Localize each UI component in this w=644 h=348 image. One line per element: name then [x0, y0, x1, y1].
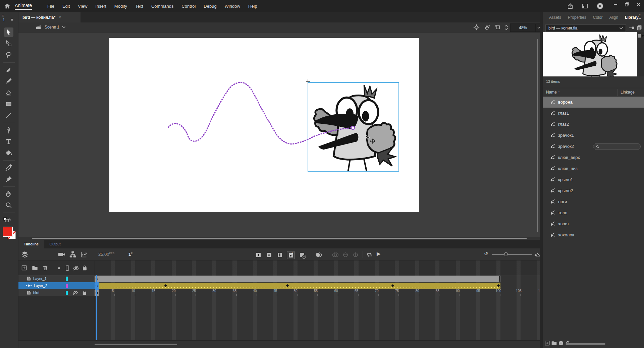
eraser-tool[interactable]	[4, 88, 13, 97]
slider-thumb[interactable]	[504, 252, 508, 256]
layer-hidden-icon[interactable]	[72, 290, 78, 295]
onion-skin-button[interactable]	[315, 251, 322, 258]
library-document-select[interactable]: bird — копия.fla	[545, 24, 626, 32]
clip-content-icon[interactable]	[495, 24, 501, 31]
selection-tool[interactable]	[4, 27, 13, 37]
text-tool[interactable]	[4, 137, 13, 146]
rotate-canvas-icon[interactable]	[484, 24, 490, 31]
menubar-menu-help[interactable]: Help	[245, 2, 261, 10]
auto-keyframe-toggle[interactable]: A	[287, 251, 295, 259]
scrollbar-thumb[interactable]	[95, 344, 177, 345]
highlight-column-icon[interactable]	[58, 267, 60, 269]
node-hierarchy-icon[interactable]	[69, 251, 76, 258]
library-item[interactable]: клюв_верх	[543, 152, 644, 163]
panel-menu-icon[interactable]: ≡	[638, 15, 641, 20]
line-tool[interactable]	[4, 111, 13, 120]
window-minimize-button[interactable]	[610, 0, 621, 9]
reset-timeline-zoom-icon[interactable]: ↺	[484, 251, 488, 257]
stage-canvas[interactable]	[18, 33, 540, 237]
fluid-brush-tool[interactable]	[4, 65, 13, 74]
panel-tab-align[interactable]: Align	[606, 14, 621, 21]
center-stage-icon[interactable]	[473, 24, 480, 31]
menubar-menu-debug[interactable]: Debug	[200, 2, 220, 10]
library-item[interactable]: крыло1	[543, 174, 644, 185]
frame-span-normal[interactable]	[95, 276, 500, 282]
frames-row-layer2[interactable]	[95, 282, 540, 289]
loop-playback-button[interactable]	[366, 251, 373, 258]
menubar-menu-modify[interactable]: Modify	[111, 2, 131, 10]
share-icon[interactable]	[567, 3, 574, 9]
name-column-header[interactable]: Name ↑	[546, 90, 560, 95]
layers-frames-divider[interactable]	[95, 260, 95, 340]
zoom-stepper[interactable]	[504, 24, 508, 31]
library-item[interactable]: ноги	[543, 196, 644, 207]
paint-bucket-tool[interactable]	[4, 148, 13, 158]
remove-frames-button[interactable]	[298, 251, 306, 258]
library-item[interactable]: зрачок1	[543, 130, 644, 141]
lock-column-icon[interactable]	[82, 265, 87, 271]
library-item[interactable]: глаз1	[543, 108, 644, 119]
add-layer-icon[interactable]	[21, 265, 27, 271]
library-item[interactable]: хвост	[543, 218, 644, 229]
workspace-icon[interactable]	[582, 3, 588, 9]
menubar-menu-insert[interactable]: Insert	[92, 2, 110, 10]
library-item[interactable]: ворона	[543, 97, 644, 108]
scene-breadcrumb[interactable]: Scene 1	[35, 24, 65, 31]
menubar-menu-commands[interactable]: Commands	[148, 2, 177, 10]
layer-color-chip[interactable]	[66, 284, 68, 288]
camera-icon[interactable]	[58, 251, 65, 257]
test-movie-icon[interactable]	[596, 2, 604, 10]
insert-blank-keyframe-button[interactable]	[265, 251, 273, 258]
library-item[interactable]: зрачок2	[543, 141, 644, 152]
onion-skin-outlines-button[interactable]	[332, 251, 339, 258]
library-item[interactable]: крыло2	[543, 185, 644, 196]
new-folder-icon[interactable]	[551, 341, 557, 345]
item-properties-icon[interactable]	[558, 341, 564, 346]
frame-rate-field[interactable]: 25,00FPS	[98, 252, 114, 257]
insert-keyframe-button[interactable]	[255, 251, 262, 258]
layer-locked-icon[interactable]	[82, 290, 87, 295]
graph-editor-icon[interactable]	[80, 251, 87, 258]
zoom-level-field[interactable]: 48%	[510, 23, 536, 32]
timeline-horizontal-scrollbar[interactable]	[18, 340, 540, 348]
window-restore-button[interactable]	[621, 0, 633, 9]
pen-tool[interactable]	[4, 125, 13, 135]
modify-markers-button[interactable]	[352, 251, 359, 258]
toolbar-menu-icon[interactable]: ≡	[11, 17, 13, 22]
collapse-panel-icon[interactable]: «	[2, 13, 4, 18]
delete-item-icon[interactable]	[565, 341, 570, 346]
layer-row-layer2[interactable]: Layer_2	[18, 282, 95, 289]
zoom-tool[interactable]	[4, 200, 13, 210]
menubar-menu-window[interactable]: Window	[221, 2, 244, 10]
tab-close-icon[interactable]: ×	[59, 15, 61, 20]
pin-library-icon[interactable]	[629, 25, 635, 30]
add-folder-icon[interactable]	[32, 266, 38, 270]
frames-grid[interactable]	[95, 260, 540, 340]
current-frame-field[interactable]: 1F	[128, 252, 132, 257]
playhead-line[interactable]	[96, 275, 97, 340]
frame-span-motion-tween[interactable]	[95, 283, 500, 289]
menubar-menu-edit[interactable]: Edit	[59, 2, 73, 10]
window-close-button[interactable]	[633, 0, 644, 9]
eyedropper-tool[interactable]	[4, 163, 13, 172]
layer-color-chip[interactable]	[66, 277, 68, 281]
tab-timeline[interactable]: Timeline	[18, 240, 44, 248]
rectangle-tool[interactable]	[4, 99, 13, 109]
new-symbol-icon[interactable]	[545, 341, 550, 346]
layers-view-icon[interactable]	[21, 251, 29, 258]
default-colors-icon[interactable]	[3, 217, 11, 223]
panel-tab-color[interactable]: Color	[590, 14, 606, 21]
lasso-tool[interactable]	[4, 50, 13, 60]
preview-stop-icon[interactable]	[638, 34, 641, 38]
library-item[interactable]: хохолок	[543, 229, 644, 240]
hand-tool[interactable]	[4, 189, 13, 198]
transform-point-handle[interactable]	[351, 126, 355, 129]
panel-tab-assets[interactable]: Assets	[546, 14, 564, 21]
menubar-menu-file[interactable]: File	[44, 2, 58, 10]
classic-brush-tool[interactable]	[4, 76, 13, 86]
outline-column-icon[interactable]	[65, 265, 69, 271]
timeline-zoom-slider[interactable]	[492, 254, 532, 255]
hide-column-icon[interactable]	[73, 266, 79, 271]
library-item[interactable]: клюв_низ	[543, 163, 644, 174]
layer-row-layer1[interactable]: Layer_1	[18, 275, 95, 282]
